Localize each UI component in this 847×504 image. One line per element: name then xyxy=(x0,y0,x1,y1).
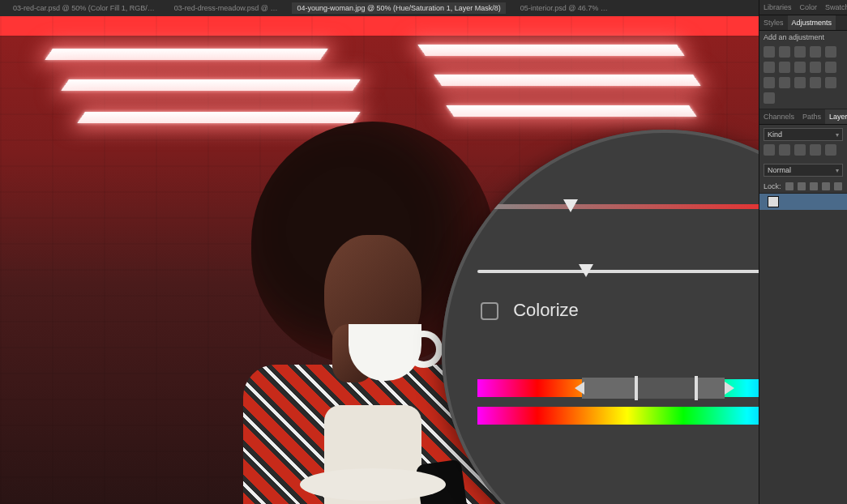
gradient-map-icon[interactable] xyxy=(825,77,836,88)
photo-light xyxy=(417,45,685,56)
tab-styles[interactable]: Styles xyxy=(759,15,788,30)
tab-swatches[interactable]: Swatch xyxy=(821,0,847,15)
hue-range-handle-inner-left-icon[interactable] xyxy=(635,376,638,400)
levels-icon[interactable] xyxy=(779,46,790,58)
filter-type-icon[interactable] xyxy=(794,144,806,156)
threshold-icon[interactable] xyxy=(810,77,821,88)
adjustments-panel-tabs: Styles Adjustments xyxy=(759,15,847,31)
add-adjustment-label: Add an adjustment xyxy=(759,31,847,44)
document-tab[interactable]: 03-red-dress-meadow.psd @ … xyxy=(169,2,283,14)
channel-mixer-icon[interactable] xyxy=(825,62,836,73)
hue-range-handle-inner-right-icon[interactable] xyxy=(695,376,698,400)
chevron-down-icon: ▾ xyxy=(836,131,839,139)
hue-range-core[interactable] xyxy=(635,378,695,399)
tab-channels[interactable]: Channels xyxy=(759,109,798,124)
lock-artboard-icon[interactable] xyxy=(822,182,830,190)
saturation-thumb[interactable] xyxy=(563,199,578,212)
tab-layers[interactable]: Layers xyxy=(825,109,847,124)
photo-plate xyxy=(300,468,446,501)
photo-light xyxy=(61,79,361,91)
layer-lock-row: Lock: xyxy=(759,180,847,193)
tab-paths[interactable]: Paths xyxy=(798,109,825,124)
tab-adjustments[interactable]: Adjustments xyxy=(788,15,836,30)
hue-range-handle-outer-right-icon[interactable] xyxy=(725,382,734,395)
filter-adjustment-icon[interactable] xyxy=(779,144,790,156)
chevron-down-icon: ▾ xyxy=(836,167,839,174)
layer-filter-kind-label: Kind xyxy=(768,130,782,139)
lock-label: Lock: xyxy=(764,182,781,190)
filter-pixel-icon[interactable] xyxy=(764,144,775,156)
photo-light xyxy=(446,105,697,117)
exposure-icon[interactable] xyxy=(810,46,821,58)
libraries-panel-tabs: Libraries Color Swatch xyxy=(759,0,847,15)
photo-light xyxy=(45,49,328,60)
adjustment-icon-grid xyxy=(759,44,847,109)
layer-filter-kind-dropdown[interactable]: Kind ▾ xyxy=(764,128,843,141)
color-balance-icon[interactable] xyxy=(779,62,790,73)
invert-icon[interactable] xyxy=(779,77,790,88)
curves-icon[interactable] xyxy=(794,46,806,58)
hue-range-handle-outer-left-icon[interactable] xyxy=(575,382,584,395)
layers-panel-tabs: Channels Paths Layers xyxy=(759,109,847,125)
layer-filter-icons xyxy=(759,144,847,160)
lock-pixels-icon[interactable] xyxy=(798,182,806,190)
lightness-thumb[interactable] xyxy=(579,264,593,277)
tab-libraries[interactable]: Libraries xyxy=(759,0,796,15)
document-tab[interactable]: 05-interior.psd @ 46.7% … xyxy=(515,2,613,14)
blend-mode-dropdown[interactable]: Normal ▾ xyxy=(764,164,843,177)
document-tab-bar: 03-red-car.psd @ 50% (Color Fill 1, RGB/… xyxy=(0,0,847,16)
lock-transparency-icon[interactable] xyxy=(785,182,794,190)
right-panel-stack: Libraries Color Swatch Styles Adjustment… xyxy=(759,0,847,504)
document-tab[interactable]: 03-red-car.psd @ 50% (Color Fill 1, RGB/… xyxy=(8,2,160,14)
vibrance-icon[interactable] xyxy=(825,46,836,58)
colorize-label: Colorize xyxy=(513,300,579,320)
photo-filter-icon[interactable] xyxy=(810,62,821,73)
black-white-icon[interactable] xyxy=(794,62,806,73)
selective-color-icon[interactable] xyxy=(764,92,775,104)
filter-smart-icon[interactable] xyxy=(825,144,836,156)
lock-position-icon[interactable] xyxy=(810,182,818,190)
filter-shape-icon[interactable] xyxy=(810,144,821,156)
photo-light xyxy=(434,75,701,86)
blend-mode-value: Normal xyxy=(768,166,791,174)
document-tab-active[interactable]: 04-young-woman.jpg @ 50% (Hue/Saturation… xyxy=(292,2,505,14)
posterize-icon[interactable] xyxy=(794,77,806,88)
colorize-checkbox[interactable] xyxy=(481,302,498,320)
layer-thumbnail[interactable] xyxy=(768,196,779,207)
tab-color[interactable]: Color xyxy=(796,0,822,15)
brightness-contrast-icon[interactable] xyxy=(764,46,775,58)
hue-saturation-icon[interactable] xyxy=(764,62,775,73)
lock-all-icon[interactable] xyxy=(834,182,842,190)
layer-row[interactable] xyxy=(759,193,847,210)
color-lookup-icon[interactable] xyxy=(764,77,775,88)
